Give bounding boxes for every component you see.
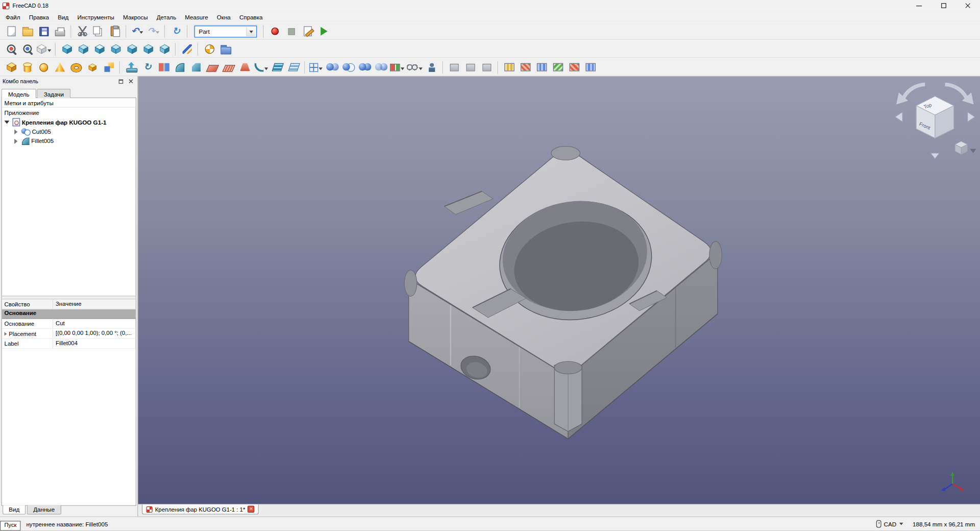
- nav-style-selector[interactable]: CAD: [884, 520, 897, 527]
- view-left-button[interactable]: [157, 41, 172, 56]
- undo-dropdown-arrow[interactable]: [139, 31, 143, 36]
- macro-execute-button[interactable]: [316, 24, 331, 39]
- save-button[interactable]: [36, 24, 51, 39]
- part-sweep-button[interactable]: [254, 60, 268, 75]
- start-button[interactable]: Пуск: [0, 521, 21, 531]
- part-box-button[interactable]: [4, 60, 18, 75]
- refresh-button[interactable]: [169, 24, 184, 39]
- expander-open-icon[interactable]: [5, 120, 10, 124]
- compound-filter-button[interactable]: [447, 60, 462, 75]
- redo-button[interactable]: [146, 24, 161, 39]
- tree-item-fillet005[interactable]: Fillet005: [2, 136, 136, 146]
- workbench-selector[interactable]: Part: [194, 26, 257, 37]
- new-file-button[interactable]: [4, 24, 18, 39]
- open-file-button[interactable]: [20, 24, 35, 39]
- tab-model[interactable]: Модель: [1, 89, 36, 98]
- macro-stop-button[interactable]: [284, 24, 299, 39]
- property-row-base[interactable]: Основание Cut: [2, 319, 136, 329]
- part-defeaturing-button[interactable]: [424, 60, 439, 75]
- part-chamfer-button[interactable]: [189, 60, 204, 75]
- panel-close-button[interactable]: [126, 77, 135, 85]
- macro-record-button[interactable]: [267, 24, 282, 39]
- property-group-base[interactable]: Основание: [2, 309, 136, 319]
- menu-view[interactable]: Вид: [54, 12, 73, 21]
- tab-data-props[interactable]: Данные: [27, 505, 61, 514]
- menu-help[interactable]: Справка: [235, 12, 267, 21]
- menu-macros[interactable]: Макросы: [119, 12, 153, 21]
- tree-document-row[interactable]: Крепления фар KUGOO G1-1: [2, 117, 136, 127]
- property-row-placement[interactable]: Placement [(0,00 0,00 1,00); 0,00 °; (0,…: [2, 329, 136, 339]
- part-make-face-button[interactable]: [205, 60, 220, 75]
- part-extrude-button[interactable]: [124, 60, 138, 75]
- tree-root-application[interactable]: Приложение: [2, 108, 136, 117]
- workbench-dropdown-zone[interactable]: [246, 27, 255, 36]
- fit-all-button[interactable]: [4, 41, 18, 56]
- part-sphere-button[interactable]: [36, 60, 51, 75]
- model-tree[interactable]: Приложение Крепления фар KUGOO G1-1 Cut0…: [2, 108, 136, 296]
- panel-float-button[interactable]: [116, 77, 125, 85]
- document-tab-close-button[interactable]: [248, 506, 254, 513]
- part-union-button[interactable]: [357, 60, 372, 75]
- view-rear-button[interactable]: [125, 41, 139, 56]
- view-top-button[interactable]: [92, 41, 107, 56]
- document-tab[interactable]: Крепления фар KUGOO G1-1 : 1*: [142, 504, 259, 515]
- property-row-label[interactable]: Label Fillet004: [2, 339, 136, 349]
- part-cylinder-button[interactable]: [20, 60, 35, 75]
- menu-part[interactable]: Деталь: [152, 12, 181, 21]
- measure-linear-button[interactable]: [502, 60, 517, 75]
- compound-dropdown-arrow[interactable]: [318, 67, 322, 72]
- rotate-left-arrow-icon[interactable]: [904, 84, 925, 98]
- part-split-features-button[interactable]: [406, 60, 423, 75]
- combo-panel-header[interactable]: Комбо панель: [0, 76, 137, 86]
- view-right-button[interactable]: [108, 41, 123, 56]
- copy-button[interactable]: [91, 24, 106, 39]
- maximize-button[interactable]: [931, 0, 955, 11]
- explode-compound-button[interactable]: [463, 60, 478, 75]
- menu-edit[interactable]: Правка: [24, 12, 53, 21]
- measure-refresh-button[interactable]: [534, 60, 549, 75]
- part-join-features-button[interactable]: [390, 60, 405, 75]
- navcube-menu-button[interactable]: [955, 141, 976, 155]
- draw-style-dropdown-arrow[interactable]: [47, 49, 51, 54]
- rotate-right-arrow-icon[interactable]: [945, 84, 966, 98]
- measure-distance-button[interactable]: [179, 41, 194, 56]
- menu-tools[interactable]: Инструменты: [73, 12, 119, 21]
- view-bottom-button[interactable]: [141, 41, 156, 56]
- part-cut-button[interactable]: [341, 60, 356, 75]
- undo-button[interactable]: [130, 24, 145, 39]
- pan-right-arrow-icon[interactable]: [968, 112, 975, 122]
- texture-mapping-button[interactable]: [202, 41, 217, 56]
- view-axonometric-button[interactable]: [59, 41, 74, 56]
- part-revolve-button[interactable]: [140, 60, 155, 75]
- tree-item-cut005[interactable]: Cut005: [2, 127, 136, 136]
- pan-down-arrow-icon[interactable]: [930, 153, 939, 159]
- expander-closed-icon[interactable]: [14, 138, 17, 143]
- navigation-cube[interactable]: Top Front: [891, 79, 978, 161]
- measure-toggle-all-button[interactable]: [567, 60, 582, 75]
- menu-file[interactable]: Файл: [1, 12, 24, 21]
- draw-style-button[interactable]: [36, 41, 52, 56]
- menu-measure[interactable]: Measure: [181, 12, 212, 21]
- part-cross-sections-button[interactable]: [286, 60, 301, 75]
- nav-style-dropdown-arrow[interactable]: [899, 523, 903, 527]
- part-primitives-button[interactable]: [85, 60, 100, 75]
- scene-inspector-button[interactable]: [218, 41, 233, 56]
- join-dropdown-arrow[interactable]: [401, 67, 404, 72]
- part-torus-button[interactable]: [69, 60, 84, 75]
- part-section-button[interactable]: [270, 60, 285, 75]
- part-cone-button[interactable]: [53, 60, 67, 75]
- part-intersection-button[interactable]: [374, 60, 388, 75]
- close-button[interactable]: [955, 0, 980, 11]
- sweep-dropdown-arrow[interactable]: [264, 67, 267, 72]
- tab-tasks[interactable]: Задачи: [37, 89, 70, 98]
- measure-clear-all-button[interactable]: [551, 60, 566, 75]
- part-fillet-button[interactable]: [173, 60, 187, 75]
- navcube-menu-arrow-icon[interactable]: [970, 149, 976, 153]
- measure-angular-button[interactable]: [518, 60, 533, 75]
- part-boolean-button[interactable]: [325, 60, 340, 75]
- part-loft-button[interactable]: [237, 60, 252, 75]
- part-compound-button[interactable]: [309, 60, 324, 75]
- slice-apart-button[interactable]: [479, 60, 494, 75]
- part-shape-builder-button[interactable]: [101, 60, 116, 75]
- part-ruled-surface-button[interactable]: [221, 60, 236, 75]
